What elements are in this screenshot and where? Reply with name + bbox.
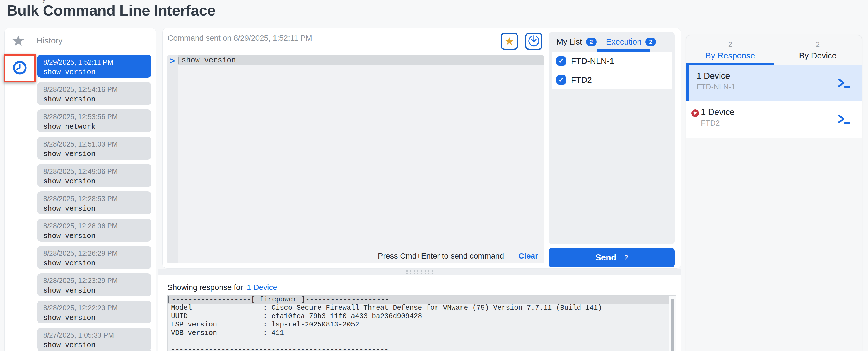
history-item[interactable]: 8/28/2025, 12:53:56 PM show network: [37, 109, 151, 132]
history-timestamp: 8/27/2025, 1:05:33 PM: [43, 331, 151, 339]
device-tabs: My List 2 Execution 2: [549, 32, 675, 51]
history-timestamp: 8/28/2025, 12:53:56 PM: [43, 113, 151, 121]
history-item[interactable]: 8/27/2025, 1:05:33 PM show version: [37, 328, 151, 351]
response-group-row[interactable]: 1 Device FTD-NLN-1: [686, 66, 862, 101]
history-command: show version: [43, 286, 151, 295]
output-line-text: -------------------[ firepower ]--------…: [172, 295, 389, 304]
scrollbar-thumb[interactable]: [671, 299, 675, 351]
history-command: show version: [43, 205, 151, 213]
history-command: show network: [43, 122, 151, 131]
history-command: show version: [43, 95, 151, 104]
output-line: VDB version : 411: [167, 329, 676, 337]
active-results-tab-underline: [686, 63, 774, 66]
showing-response-line: Showing response for 1 Device: [167, 283, 277, 292]
history-item[interactable]: 8/28/2025, 12:49:06 PM show version: [37, 164, 151, 187]
output-line: LSP version : lsp-rel-20250813-2052: [167, 321, 676, 329]
response-panel: Showing response for 1 Device ----------…: [158, 275, 681, 351]
favorite-command-button[interactable]: ★: [501, 33, 518, 50]
by-device-label: By Device: [799, 51, 836, 61]
history-timestamp: 8/28/2025, 12:23:29 PM: [43, 277, 151, 285]
history-timestamp: 8/28/2025, 12:28:36 PM: [43, 222, 151, 230]
command-sent-header: Command sent on 8/29/2025, 1:52:11 PM: [167, 34, 312, 43]
history-item[interactable]: 8/29/2025, 1:52:11 PM show version: [37, 55, 151, 78]
by-device-count: 2: [816, 40, 820, 49]
tab-my-list[interactable]: My List 2: [556, 37, 597, 46]
device-checkbox-checked[interactable]: ✓: [556, 56, 566, 66]
clear-button[interactable]: Clear: [519, 251, 538, 260]
send-button[interactable]: Send 2: [549, 248, 675, 267]
device-row[interactable]: ✓ FTD-NLN-1: [552, 51, 673, 70]
history-timestamp: 8/29/2025, 1:52:11 PM: [43, 58, 151, 66]
terminal-icon[interactable]: [837, 113, 850, 126]
text-cursor: [178, 57, 179, 64]
showing-response-label: Showing response for: [167, 283, 243, 292]
history-item[interactable]: 8/28/2025, 12:51:03 PM show version: [37, 137, 151, 160]
command-panel: Command sent on 8/29/2025, 1:52:11 PM ★ …: [162, 28, 681, 269]
checkmark-icon: ✓: [558, 76, 564, 83]
group-title: 1 Device: [701, 107, 735, 117]
command-input-area[interactable]: > show version Press Cmd+Enter to send c…: [167, 56, 544, 263]
error-icon: ✖: [691, 109, 699, 117]
send-label: Send: [595, 253, 616, 263]
tab-execution[interactable]: Execution 2: [606, 37, 656, 46]
output-line: ----------------------------------------…: [167, 346, 676, 351]
response-device-link[interactable]: 1 Device: [247, 283, 277, 292]
history-item[interactable]: 8/28/2025, 12:26:29 PM show version: [37, 246, 151, 269]
output-line-highlighted: -------------------[ firepower ]--------…: [167, 295, 676, 304]
response-group-row[interactable]: ✖ 1 Device FTD2: [686, 101, 862, 138]
send-device-count: 2: [624, 254, 628, 262]
output-line: [167, 337, 676, 346]
output-line: Model : Cisco Secure Firewall Threat Def…: [167, 304, 676, 312]
history-timestamp: 8/28/2025, 12:54:16 PM: [43, 85, 151, 94]
grip-dots-icon: [406, 271, 433, 274]
group-device-name: FTD2: [701, 119, 735, 128]
prompt-gutter: [167, 56, 178, 263]
history-item[interactable]: 8/28/2025, 12:23:29 PM show version: [37, 273, 151, 296]
history-timestamp: 8/28/2025, 12:49:06 PM: [43, 167, 151, 176]
device-selection-panel: My List 2 Execution 2 ✓ FTD-NLN-1 ✓ FTD2: [549, 32, 675, 244]
history-item[interactable]: 8/28/2025, 12:28:36 PM show version: [37, 219, 151, 242]
history-timestamp: 8/28/2025, 12:28:53 PM: [43, 195, 151, 203]
results-panel: 2 By Response 2 By Device 1 Device FTD-N…: [686, 35, 862, 351]
terminal-icon[interactable]: [837, 77, 850, 90]
clock-history-icon[interactable]: [12, 61, 27, 76]
history-command: show version: [43, 232, 151, 240]
group-device-name: FTD-NLN-1: [696, 83, 736, 92]
terminal-output[interactable]: -------------------[ firepower ]--------…: [167, 295, 676, 351]
device-list: ✓ FTD-NLN-1 ✓ FTD2: [552, 51, 673, 90]
output-line: UUID : efa10fea-79b3-11f0-a433-ba236d909…: [167, 312, 676, 321]
page-title: Bulk Command Line Interface: [7, 2, 216, 19]
device-checkbox-checked[interactable]: ✓: [556, 75, 566, 85]
history-timestamp: 8/28/2025, 12:51:03 PM: [43, 140, 151, 148]
tab-by-device[interactable]: 2 By Device: [774, 35, 862, 65]
history-item[interactable]: 8/28/2025, 12:28:53 PM show version: [37, 191, 151, 214]
checkmark-icon: ✓: [558, 58, 564, 64]
history-item[interactable]: 8/28/2025, 12:54:16 PM show version: [37, 82, 151, 105]
tab-execution-label: Execution: [606, 37, 642, 46]
history-item-partial[interactable]: [37, 349, 151, 351]
my-list-count-badge: 2: [586, 38, 597, 46]
history-command: show version: [43, 177, 151, 185]
star-icon: ★: [504, 36, 514, 46]
download-response-button[interactable]: [525, 33, 542, 50]
command-footer: Press Cmd+Enter to send command Clear: [378, 251, 538, 260]
history-item[interactable]: 8/28/2025, 12:22:23 PM show version: [37, 301, 151, 323]
by-response-label: By Response: [705, 51, 755, 61]
favorites-star-icon[interactable]: ★: [11, 33, 25, 48]
output-cursor: [168, 296, 169, 303]
history-command: show version: [43, 314, 151, 322]
annotation-highlight: [4, 54, 36, 82]
device-row[interactable]: ✓ FTD2: [552, 70, 673, 90]
tab-by-response[interactable]: 2 By Response: [686, 35, 774, 65]
panel-resize-handle[interactable]: [158, 269, 681, 275]
command-current-line[interactable]: show version: [178, 56, 544, 66]
history-heading: History: [36, 36, 62, 45]
history-command: show version: [43, 68, 151, 76]
download-icon: [528, 35, 540, 48]
results-tabs: 2 By Response 2 By Device: [686, 35, 862, 66]
tab-my-list-label: My List: [556, 37, 582, 46]
history-command: show version: [43, 259, 151, 268]
device-name: FTD2: [571, 75, 592, 85]
prompt-chevron-icon: >: [167, 56, 178, 66]
history-timestamp: 8/28/2025, 12:22:23 PM: [43, 304, 151, 312]
